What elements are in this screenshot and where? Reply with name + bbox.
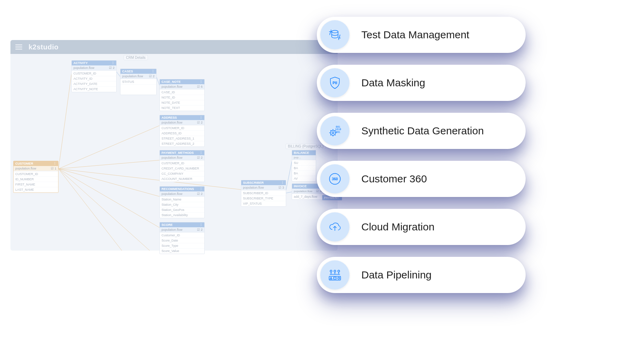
feature-label: Cloud Migration	[361, 221, 434, 233]
entity-field: LAST_NAME	[14, 187, 58, 192]
svg-line-20	[330, 130, 331, 131]
feature-data-masking[interactable]: PII Data Masking	[317, 65, 526, 101]
app-logo: k2studio	[29, 43, 58, 51]
svg-text:360: 360	[332, 177, 338, 181]
studio-header: k2studio	[10, 40, 338, 54]
database-sync-icon	[320, 20, 350, 49]
entity-recommendations[interactable]: RECOMMENDATIONS⋮ population.flow☑ 2 Stat…	[159, 186, 205, 218]
svg-line-22	[330, 135, 331, 135]
svg-line-4	[58, 169, 160, 228]
svg-line-6	[58, 169, 122, 251]
pipeline-icon	[320, 260, 350, 290]
entity-balance[interactable]: BALANCE pop… SU BA BA AV	[292, 150, 316, 182]
svg-point-15	[332, 132, 334, 134]
canvas-group-tag: CRM Details	[124, 55, 148, 60]
svg-rect-38	[329, 276, 341, 280]
svg-point-12	[332, 30, 338, 33]
hamburger-icon[interactable]	[15, 45, 22, 49]
svg-line-2	[58, 160, 160, 169]
entity-title-text: CUSTOMER	[15, 162, 33, 165]
entity-activity[interactable]: ACTIVITY⋮ population.flow☑ 2 CUSTOMER_ID…	[71, 60, 117, 92]
entity-cases[interactable]: CASES⋮ population.flow☑ 2 STATUS	[120, 69, 157, 95]
entity-address[interactable]: ADDRESS⋮ population.flow☑ 2 CUSTOMER_ID …	[159, 115, 205, 147]
feature-synthetic-data[interactable]: 0011010001 Synthetic Data Generation	[317, 113, 526, 149]
feature-test-data-management[interactable]: Test Data Management	[317, 17, 526, 53]
feature-data-pipelining[interactable]: Data Pipelining	[317, 257, 526, 293]
svg-line-7	[58, 169, 242, 190]
svg-text:001: 001	[336, 131, 340, 134]
c360-icon: 360	[320, 164, 350, 194]
binary-gear-icon: 0011010001	[320, 116, 350, 145]
svg-point-41	[338, 277, 340, 279]
svg-line-5	[58, 169, 150, 251]
entity-score[interactable]: SCORE⋮ population.flow☑ 2 Customer_ID Sc…	[159, 222, 205, 254]
entity-subscriber[interactable]: SUBSCRIBER⋮ population.flow☑ 3 SUBSCRIBE…	[241, 180, 286, 207]
studio-window: k2studio CRM Details BILLING (PostgreSQL…	[10, 40, 338, 251]
svg-rect-40	[333, 277, 336, 279]
svg-line-21	[335, 135, 336, 135]
svg-point-31	[330, 270, 332, 272]
svg-point-33	[338, 270, 340, 272]
feature-label: Customer 360	[361, 173, 427, 185]
feature-customer-360[interactable]: 360 Customer 360	[317, 161, 526, 197]
svg-line-0	[58, 72, 72, 169]
feature-cloud-migration[interactable]: Cloud Migration	[317, 209, 526, 245]
feature-label: Data Pipelining	[361, 269, 432, 281]
svg-point-32	[334, 270, 336, 272]
entity-field: FIRST_NAME	[14, 182, 58, 187]
feature-list: Test Data Management PII Data Masking 00…	[317, 17, 526, 293]
svg-line-1	[58, 125, 160, 169]
entity-field: ID_NUMBER	[14, 177, 58, 182]
feature-label: Test Data Management	[361, 29, 469, 41]
cloud-upload-icon	[320, 212, 350, 242]
feature-label: Data Masking	[361, 77, 425, 89]
studio-canvas[interactable]: CRM Details BILLING (PostgreSQL) CUSTOME…	[10, 54, 338, 251]
svg-marker-39	[330, 277, 332, 279]
svg-text:PII: PII	[332, 81, 337, 85]
entity-payment-methods[interactable]: PAYMENT_METHODS⋮ population.flow☑ 2 CUST…	[159, 150, 205, 182]
pii-shield-icon: PII	[320, 68, 350, 97]
svg-line-3	[58, 169, 160, 197]
entity-field: CUSTOMER_ID	[14, 172, 58, 177]
svg-line-10	[285, 158, 292, 193]
entity-case-note[interactable]: CASE_NOTE⋮ population.flow☑ 6 CASE_ID NO…	[159, 79, 205, 111]
feature-label: Synthetic Data Generation	[361, 125, 484, 137]
entity-customer[interactable]: CUSTOMER⋮ population.flow☑ 1 CUSTOMER_ID…	[13, 161, 58, 193]
